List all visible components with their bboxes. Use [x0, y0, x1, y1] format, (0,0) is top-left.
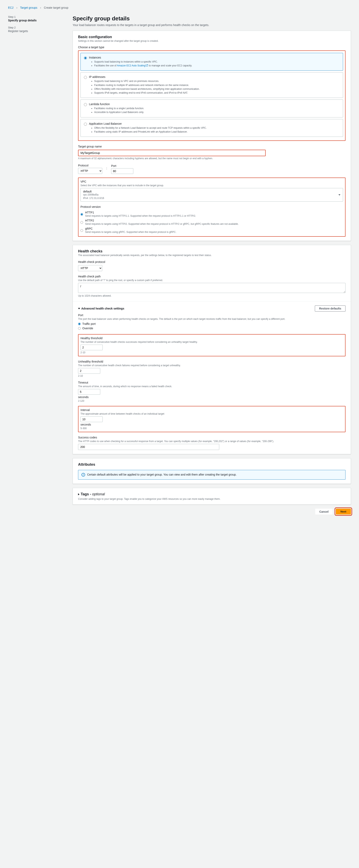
- health-checks-panel: Health checks The associated load balanc…: [73, 245, 351, 454]
- chevron-right-icon: ›: [40, 6, 41, 9]
- health-protocol-label: Health check protocol: [78, 260, 346, 264]
- breadcrumb: EC2 › Target groups › Create target grou…: [8, 6, 351, 9]
- target-type-lambda[interactable]: Lambda function Facilitates routing to a…: [80, 99, 343, 117]
- hc-port-label: Port: [78, 314, 346, 317]
- port-override-option[interactable]: Override: [78, 326, 346, 331]
- vpc-select[interactable]: default vpc-2009bd5a IPv4: 172.31.0.0/16: [80, 188, 343, 202]
- info-icon: i: [81, 473, 85, 476]
- radio-ip[interactable]: [84, 76, 87, 79]
- protocol-version-label: Protocol version: [80, 205, 343, 209]
- choose-target-type-label: Choose a target type: [78, 45, 346, 49]
- timeout-input[interactable]: [78, 389, 100, 395]
- chevron-right-icon: [78, 493, 79, 495]
- radio-lambda[interactable]: [84, 103, 87, 106]
- health-protocol-select[interactable]: HTTP: [78, 265, 102, 271]
- timeout-label: Timeout: [78, 381, 346, 384]
- port-traffic-option[interactable]: Traffic port: [78, 321, 346, 326]
- protocol-version-grpc[interactable]: gRPCSend requests to targets using gRPC.…: [80, 226, 343, 234]
- target-type-alb[interactable]: Application Load Balancer Offers the fle…: [80, 119, 343, 137]
- success-codes-input[interactable]: [78, 444, 219, 450]
- tags-panel: Tags - optional Consider adding tags to …: [73, 488, 351, 505]
- success-codes-label: Success codes: [78, 436, 346, 439]
- healthy-threshold-label: Healthy threshold: [80, 337, 343, 340]
- radio-instances[interactable]: [84, 57, 87, 60]
- protocol-label: Protocol: [78, 164, 102, 167]
- health-path-input[interactable]: /: [78, 283, 346, 293]
- page-title: Specify group details: [73, 16, 351, 22]
- wizard-steps: Step 1 Specify group details Step 2 Regi…: [8, 16, 65, 515]
- breadcrumb-target-groups[interactable]: Target groups: [20, 6, 37, 9]
- unhealthy-threshold-input[interactable]: [78, 368, 100, 374]
- target-type-instances[interactable]: Instances Supports load balancing to ins…: [80, 53, 343, 71]
- attributes-panel: Attributes i Certain default attributes …: [73, 458, 351, 484]
- basic-heading: Basic configuration: [78, 35, 346, 39]
- target-type-ip[interactable]: IP addresses Supports load balancing to …: [80, 72, 343, 98]
- step-2[interactable]: Step 2 Register targets: [8, 26, 65, 33]
- vpc-label: VPC: [80, 180, 343, 183]
- tags-toggle[interactable]: Tags - optional: [78, 492, 346, 496]
- health-path-label: Health check path: [78, 275, 346, 278]
- chevron-right-icon: ›: [17, 6, 18, 9]
- next-button[interactable]: Next: [336, 509, 351, 515]
- page-subtitle: Your load balancer routes requests to th…: [73, 23, 351, 27]
- restore-defaults-button[interactable]: Restore defaults: [315, 306, 346, 312]
- basic-configuration-panel: Basic configuration Settings in this sec…: [73, 31, 351, 241]
- external-link-icon: [145, 64, 148, 67]
- target-type-group: Instances Supports load balancing to ins…: [78, 51, 346, 141]
- target-group-name-input[interactable]: [78, 150, 265, 156]
- breadcrumb-ec2[interactable]: EC2: [8, 6, 13, 9]
- interval-label: Interval: [80, 408, 343, 412]
- protocol-version-http1[interactable]: HTTP1Send requests to targets using HTTP…: [80, 210, 343, 218]
- healthy-threshold-input[interactable]: [80, 345, 103, 350]
- port-label: Port: [111, 164, 133, 167]
- radio-alb[interactable]: [84, 123, 87, 126]
- protocol-select[interactable]: HTTP: [78, 168, 102, 174]
- cancel-button[interactable]: Cancel: [315, 509, 333, 515]
- chevron-down-icon: [338, 194, 340, 195]
- unhealthy-threshold-label: Unhealthy threshold: [78, 360, 346, 363]
- attributes-info: i Certain default attributes will be app…: [78, 470, 346, 479]
- chevron-down-icon: [78, 308, 80, 309]
- port-input[interactable]: [111, 168, 133, 174]
- tg-name-label: Target group name: [78, 145, 346, 148]
- interval-input[interactable]: [80, 416, 103, 422]
- protocol-version-http2[interactable]: HTTP2Send requests to targets using HTTP…: [80, 218, 343, 226]
- auto-scaling-link[interactable]: Amazon EC2 Auto Scaling: [117, 64, 148, 67]
- step-1[interactable]: Step 1 Specify group details: [8, 16, 65, 22]
- advanced-settings-toggle[interactable]: Advanced health check settings: [78, 307, 124, 310]
- breadcrumb-current: Create target group: [44, 6, 68, 9]
